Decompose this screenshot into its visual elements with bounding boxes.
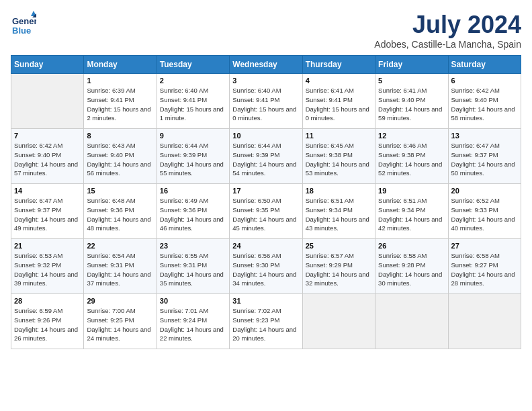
sunset-text: Sunset: 9:33 PM — [451, 205, 518, 215]
sunset-text: Sunset: 9:23 PM — [232, 316, 299, 325]
sunset-text: Sunset: 9:40 PM — [87, 150, 153, 160]
daylight-text: Daylight: 15 hours and 0 minutes. — [306, 105, 372, 124]
daylight-text: Daylight: 14 hours and 37 minutes. — [87, 270, 153, 289]
calendar-cell: 4 Sunrise: 6:41 AM Sunset: 9:41 PM Dayli… — [302, 74, 375, 129]
calendar-cell: 17 Sunrise: 6:50 AM Sunset: 9:35 PM Dayl… — [230, 184, 302, 239]
calendar-cell: 2 Sunrise: 6:40 AM Sunset: 9:41 PM Dayli… — [157, 74, 229, 129]
weekday-sunday: Sunday — [11, 56, 84, 74]
calendar-cell: 24 Sunrise: 6:56 AM Sunset: 9:30 PM Dayl… — [230, 239, 302, 294]
day-number: 18 — [306, 187, 372, 195]
daylight-text: Daylight: 14 hours and 34 minutes. — [232, 270, 299, 289]
sunrise-text: Sunrise: 6:55 AM — [160, 251, 226, 261]
sunrise-text: Sunrise: 6:44 AM — [232, 141, 299, 150]
sunrise-text: Sunrise: 6:40 AM — [160, 86, 226, 95]
day-number: 9 — [160, 132, 226, 140]
calendar-cell: 31 Sunrise: 7:02 AM Sunset: 9:23 PM Dayl… — [230, 294, 302, 349]
sunrise-text: Sunrise: 6:42 AM — [451, 86, 518, 95]
calendar-cell: 15 Sunrise: 6:48 AM Sunset: 9:36 PM Dayl… — [84, 184, 157, 239]
sunset-text: Sunset: 9:41 PM — [160, 95, 226, 105]
daylight-text: Daylight: 14 hours and 52 minutes. — [378, 160, 445, 179]
calendar-cell: 6 Sunrise: 6:42 AM Sunset: 9:40 PM Dayli… — [448, 74, 521, 129]
sunset-text: Sunset: 9:36 PM — [160, 205, 226, 215]
daylight-text: Daylight: 14 hours and 48 minutes. — [87, 215, 153, 234]
sunset-text: Sunset: 9:37 PM — [451, 150, 518, 160]
calendar-cell — [375, 294, 448, 349]
day-number: 7 — [14, 132, 81, 140]
calendar-cell: 19 Sunrise: 6:51 AM Sunset: 9:34 PM Dayl… — [375, 184, 448, 239]
sunrise-text: Sunrise: 6:41 AM — [306, 86, 372, 95]
sunrise-text: Sunrise: 6:49 AM — [160, 196, 226, 205]
daylight-text: Daylight: 15 hours and 2 minutes. — [87, 105, 153, 124]
calendar-cell: 22 Sunrise: 6:54 AM Sunset: 9:31 PM Dayl… — [84, 239, 157, 294]
daylight-text: Daylight: 14 hours and 42 minutes. — [378, 215, 445, 234]
calendar-cell: 23 Sunrise: 6:55 AM Sunset: 9:31 PM Dayl… — [157, 239, 229, 294]
day-number: 14 — [14, 187, 81, 195]
svg-text:General: General — [12, 16, 36, 26]
day-number: 12 — [378, 132, 445, 140]
sunset-text: Sunset: 9:26 PM — [14, 316, 81, 325]
sunset-text: Sunset: 9:38 PM — [306, 150, 372, 160]
calendar-cell: 7 Sunrise: 6:42 AM Sunset: 9:40 PM Dayli… — [11, 129, 84, 184]
calendar-cell: 9 Sunrise: 6:44 AM Sunset: 9:39 PM Dayli… — [157, 129, 229, 184]
day-number: 10 — [232, 132, 299, 140]
day-number: 15 — [87, 187, 153, 195]
sunrise-text: Sunrise: 6:46 AM — [378, 141, 445, 150]
daylight-text: Daylight: 14 hours and 39 minutes. — [14, 270, 81, 289]
sunrise-text: Sunrise: 6:44 AM — [160, 141, 226, 150]
daylight-text: Daylight: 14 hours and 28 minutes. — [451, 270, 518, 289]
day-number: 25 — [306, 242, 372, 250]
daylight-text: Daylight: 15 hours and 1 minute. — [160, 105, 226, 124]
sunrise-text: Sunrise: 6:47 AM — [14, 196, 81, 205]
daylight-text: Daylight: 14 hours and 24 minutes. — [87, 325, 153, 344]
weekday-wednesday: Wednesday — [230, 56, 302, 74]
location: Adobes, Castille-La Mancha, Spain — [374, 39, 521, 50]
week-row-1: 1 Sunrise: 6:39 AM Sunset: 9:41 PM Dayli… — [11, 74, 521, 129]
sunset-text: Sunset: 9:24 PM — [160, 316, 226, 325]
sunrise-text: Sunrise: 6:51 AM — [306, 196, 372, 205]
weekday-monday: Monday — [84, 56, 157, 74]
sunrise-text: Sunrise: 6:48 AM — [87, 196, 153, 205]
calendar-cell: 27 Sunrise: 6:58 AM Sunset: 9:27 PM Dayl… — [448, 239, 521, 294]
day-number: 17 — [232, 187, 299, 195]
daylight-text: Daylight: 14 hours and 56 minutes. — [87, 160, 153, 179]
day-number: 11 — [306, 132, 372, 140]
calendar-cell: 16 Sunrise: 6:49 AM Sunset: 9:36 PM Dayl… — [157, 184, 229, 239]
sunset-text: Sunset: 9:25 PM — [87, 316, 153, 325]
day-number: 29 — [87, 297, 153, 305]
logo-icon: General Blue — [11, 11, 36, 36]
sunrise-text: Sunrise: 6:51 AM — [378, 196, 445, 205]
sunrise-text: Sunrise: 6:59 AM — [14, 306, 81, 316]
calendar-cell: 30 Sunrise: 7:01 AM Sunset: 9:24 PM Dayl… — [157, 294, 229, 349]
svg-text:Blue: Blue — [12, 26, 31, 36]
sunset-text: Sunset: 9:27 PM — [451, 261, 518, 270]
logo: General Blue — [11, 11, 39, 36]
sunrise-text: Sunrise: 6:40 AM — [232, 86, 299, 95]
day-number: 26 — [378, 242, 445, 250]
weekday-thursday: Thursday — [302, 56, 375, 74]
sunset-text: Sunset: 9:31 PM — [87, 261, 153, 270]
daylight-text: Daylight: 14 hours and 50 minutes. — [451, 160, 518, 179]
sunset-text: Sunset: 9:41 PM — [232, 95, 299, 105]
weekday-header-row: SundayMondayTuesdayWednesdayThursdayFrid… — [11, 56, 521, 74]
week-row-2: 7 Sunrise: 6:42 AM Sunset: 9:40 PM Dayli… — [11, 129, 521, 184]
sunrise-text: Sunrise: 6:42 AM — [14, 141, 81, 150]
day-number: 8 — [87, 132, 153, 140]
daylight-text: Daylight: 14 hours and 54 minutes. — [232, 160, 299, 179]
calendar-cell — [302, 294, 375, 349]
page-header: General Blue July 2024 Adobes, Castille-… — [11, 11, 521, 50]
sunset-text: Sunset: 9:35 PM — [232, 205, 299, 215]
week-row-4: 21 Sunrise: 6:53 AM Sunset: 9:32 PM Dayl… — [11, 239, 521, 294]
day-number: 27 — [451, 242, 518, 250]
calendar-cell: 29 Sunrise: 7:00 AM Sunset: 9:25 PM Dayl… — [84, 294, 157, 349]
daylight-text: Daylight: 14 hours and 30 minutes. — [378, 270, 445, 289]
day-number: 20 — [451, 187, 518, 195]
day-number: 5 — [378, 77, 445, 85]
day-number: 22 — [87, 242, 153, 250]
calendar-cell: 25 Sunrise: 6:57 AM Sunset: 9:29 PM Dayl… — [302, 239, 375, 294]
calendar-cell — [448, 294, 521, 349]
calendar-cell: 26 Sunrise: 6:58 AM Sunset: 9:28 PM Dayl… — [375, 239, 448, 294]
sunset-text: Sunset: 9:40 PM — [451, 95, 518, 105]
daylight-text: Daylight: 14 hours and 57 minutes. — [14, 160, 81, 179]
calendar-cell: 8 Sunrise: 6:43 AM Sunset: 9:40 PM Dayli… — [84, 129, 157, 184]
sunset-text: Sunset: 9:41 PM — [306, 95, 372, 105]
